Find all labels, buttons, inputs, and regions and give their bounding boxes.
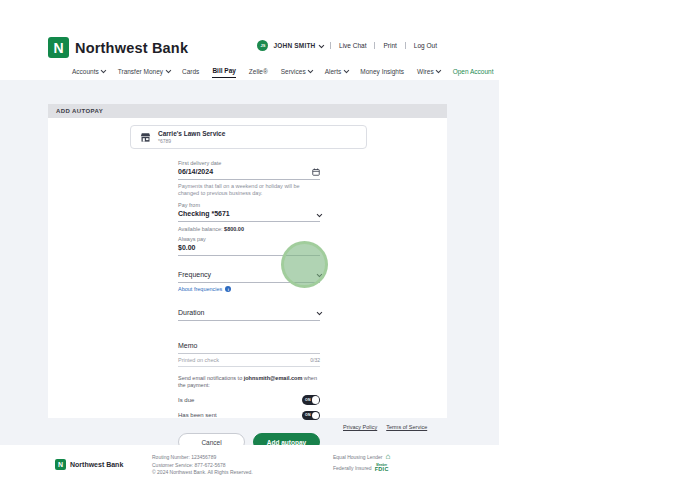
site-header: N Northwest Bank JS JOHN SMITH Live Chat… — [0, 0, 499, 80]
utility-bar: JS JOHN SMITH Live Chat Print Log Out — [257, 40, 437, 51]
nav-wires[interactable]: Wires — [417, 68, 440, 78]
bank-logo-letter: N — [53, 41, 63, 55]
equal-housing-label: Equal Housing Lender — [333, 454, 382, 460]
available-balance-value: $800.00 — [224, 226, 244, 232]
copyright: © 2024 Northwest Bank. All Rights Reserv… — [152, 469, 253, 477]
has-been-sent-toggle[interactable]: ON — [302, 411, 320, 421]
brand: N Northwest Bank — [48, 37, 188, 58]
pay-from-label: Pay from — [178, 202, 320, 209]
payee-card[interactable]: Carrie's Lawn Service *6789 — [130, 125, 367, 149]
memo-char-counter: 0/32 — [310, 357, 320, 363]
payee-name: Carrie's Lawn Service — [158, 130, 225, 137]
toggle-knob — [312, 396, 320, 404]
footer-badges: Equal Housing Lender ⌂ Federally Insured… — [333, 454, 390, 476]
nav-services[interactable]: Services — [281, 68, 312, 78]
nav-open-account[interactable]: Open Account — [453, 68, 494, 78]
chevron-down-icon — [316, 271, 321, 276]
user-menu[interactable]: JOHN SMITH — [273, 42, 322, 49]
autopay-form: First delivery date 06/14/2024 Payments … — [178, 160, 320, 451]
divider — [330, 42, 331, 49]
toggle-row-has-been-sent: Has been sent ON — [178, 411, 320, 421]
nav-cards[interactable]: Cards — [182, 68, 199, 78]
memo-label: Memo — [178, 341, 320, 350]
chevron-down-icon — [436, 68, 441, 73]
bank-logo-icon: N — [48, 37, 69, 58]
form-card: Carrie's Lawn Service *6789 First delive… — [48, 118, 447, 418]
pay-from-select[interactable]: Checking *5671 — [178, 210, 320, 222]
equal-housing-row: Equal Housing Lender ⌂ — [333, 454, 390, 460]
nav-accounts[interactable]: Accounts — [72, 68, 105, 78]
memo-input[interactable]: Printed on check 0/32 — [178, 354, 320, 367]
duration-label: Duration — [178, 308, 204, 317]
chevron-down-icon — [318, 42, 323, 47]
page-title: ADD AUTOPAY — [56, 108, 103, 114]
footer-brand: N Northwest Bank — [55, 459, 123, 470]
federally-insured-label: Federally Insured — [333, 465, 372, 471]
page-background: ADD AUTOPAY Carrie's Lawn Service *6789 — [0, 80, 499, 445]
is-due-label: Is due — [178, 397, 194, 403]
first-delivery-date-value: 06/14/2024 — [178, 168, 213, 177]
logout-link[interactable]: Log Out — [414, 42, 437, 49]
footer-info: Routing Number: 123456789 Customer Servi… — [152, 454, 253, 477]
customer-service: Customer Service: 877-672-5678 — [152, 462, 253, 470]
first-delivery-helper-text: Payments that fall on a weekend or holid… — [178, 183, 320, 196]
first-delivery-date-label: First delivery date — [178, 160, 320, 167]
always-pay-label: Always pay — [178, 236, 320, 243]
nav-money-insights[interactable]: Money Insights — [360, 68, 404, 78]
info-icon[interactable]: i — [225, 286, 231, 292]
privacy-policy-link[interactable]: Privacy Policy — [343, 424, 377, 430]
always-pay-value: $0.00 — [178, 244, 196, 253]
about-frequencies-row: About frequencies i — [178, 286, 320, 292]
calendar-icon[interactable] — [312, 168, 320, 176]
memo-placeholder: Printed on check — [178, 357, 219, 363]
routing-number: Routing Number: 123456789 — [152, 454, 253, 462]
user-name: JOHN SMITH — [273, 42, 315, 49]
always-pay-field[interactable]: $0.00 — [178, 244, 320, 256]
screenshot-canvas: N Northwest Bank JS JOHN SMITH Live Chat… — [0, 0, 700, 486]
site-footer: N Northwest Bank Routing Number: 1234567… — [0, 445, 499, 486]
app-window: N Northwest Bank JS JOHN SMITH Live Chat… — [0, 0, 499, 486]
chevron-down-icon — [316, 309, 321, 314]
page-title-bar: ADD AUTOPAY — [48, 104, 447, 118]
print-link[interactable]: Print — [383, 42, 396, 49]
chevron-down-icon — [308, 68, 313, 73]
fdic-logo: Member FDIC — [375, 464, 389, 472]
bank-logo-icon: N — [55, 459, 66, 470]
footer-brand-name: Northwest Bank — [70, 461, 123, 468]
divider — [405, 42, 406, 49]
pay-from-value: Checking *5671 — [178, 210, 230, 219]
frequency-select[interactable]: Frequency — [178, 270, 320, 283]
about-frequencies-link[interactable]: About frequencies — [178, 286, 222, 292]
chevron-down-icon — [316, 211, 321, 216]
storefront-icon — [140, 132, 151, 143]
nav-transfer-money[interactable]: Transfer Money — [118, 68, 169, 78]
chevron-down-icon — [101, 68, 106, 73]
nav-bill-pay[interactable]: Bill Pay — [212, 67, 235, 78]
live-chat-link[interactable]: Live Chat — [339, 42, 366, 49]
notification-email: johnsmith@email.com — [244, 375, 303, 381]
payee-account: *6789 — [158, 138, 225, 144]
has-been-sent-label: Has been sent — [178, 412, 217, 418]
chevron-down-icon — [166, 68, 171, 73]
fdic-row: Federally Insured Member FDIC — [333, 464, 390, 472]
avatar[interactable]: JS — [257, 40, 268, 51]
equal-housing-icon: ⌂ — [385, 454, 390, 460]
toggle-knob — [312, 412, 320, 420]
first-delivery-date-field[interactable]: 06/14/2024 — [178, 168, 320, 180]
nav-alerts[interactable]: Alerts — [325, 68, 348, 78]
main-nav: Accounts Transfer Money Cards Bill Pay Z… — [72, 67, 493, 78]
notification-text: Send email notifications to johnsmith@em… — [178, 375, 320, 389]
frequency-label: Frequency — [178, 270, 211, 279]
chevron-down-icon — [344, 68, 349, 73]
brand-name: Northwest Bank — [75, 40, 188, 56]
toggle-row-is-due: Is due ON — [178, 395, 320, 405]
terms-of-service-link[interactable]: Terms of Service — [386, 424, 427, 430]
available-balance: Available balance: $800.00 — [178, 226, 320, 232]
nav-zelle[interactable]: Zelle® — [249, 68, 268, 78]
legal-links: Privacy Policy Terms of Service — [343, 424, 427, 430]
divider — [374, 42, 375, 49]
duration-select[interactable]: Duration — [178, 308, 320, 321]
is-due-toggle[interactable]: ON — [302, 395, 320, 405]
available-balance-label: Available balance: — [178, 226, 223, 232]
